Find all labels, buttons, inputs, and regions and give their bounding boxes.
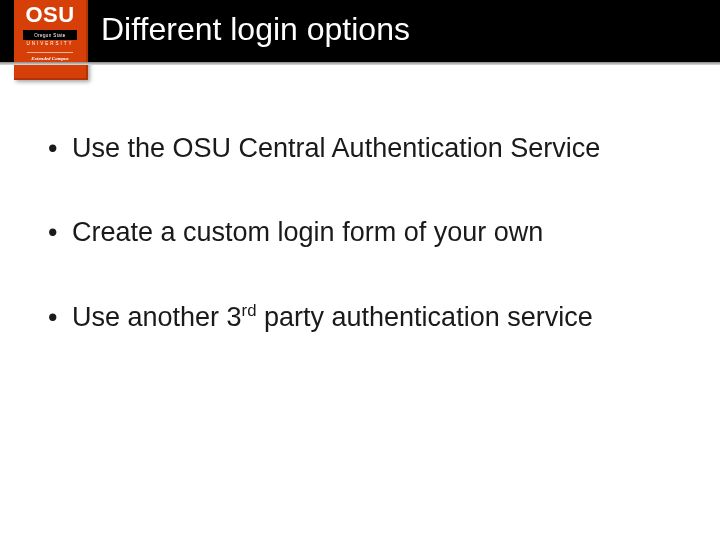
bullet-item: Use another 3rd party authentication ser…: [42, 301, 672, 333]
bullet-text-suffix: party authentication service: [257, 302, 593, 332]
logo-divider: [27, 52, 73, 53]
bullet-list: Use the OSU Central Authentication Servi…: [42, 132, 672, 333]
logo-sub: Extended Campus: [31, 56, 69, 61]
title-underline: [0, 62, 720, 65]
title-bar: OSU Oregon State UNIVERSITY Extended Cam…: [0, 0, 720, 62]
bullet-text-sup: rd: [242, 301, 257, 320]
osu-logo: OSU Oregon State UNIVERSITY Extended Cam…: [14, 0, 88, 80]
logo-line2: UNIVERSITY: [26, 41, 73, 46]
content-area: Use the OSU Central Authentication Servi…: [42, 132, 672, 385]
bullet-text: Create a custom login form of your own: [72, 217, 543, 247]
bullet-text: Use the OSU Central Authentication Servi…: [72, 133, 600, 163]
logo-line1: Oregon State: [34, 33, 66, 38]
logo-blackbar: Oregon State: [23, 30, 77, 40]
bullet-item: Use the OSU Central Authentication Servi…: [42, 132, 672, 164]
bullet-text-prefix: Use another 3: [72, 302, 242, 332]
bullet-item: Create a custom login form of your own: [42, 216, 672, 248]
slide: OSU Oregon State UNIVERSITY Extended Cam…: [0, 0, 720, 540]
logo-short: OSU: [25, 4, 74, 26]
slide-title: Different login options: [101, 11, 410, 48]
